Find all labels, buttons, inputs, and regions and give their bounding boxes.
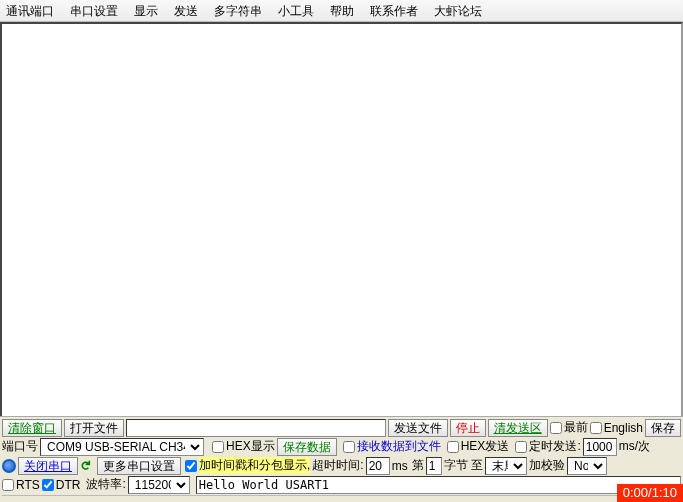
timestamp-checkbox[interactable] (185, 460, 197, 472)
row-send: RTS DTR 波特率: 115200 (2, 475, 681, 494)
hex-send-checkbox[interactable] (447, 441, 459, 453)
timed-send-unit: ms/次 (619, 438, 650, 455)
menu-port[interactable]: 通讯端口 (6, 3, 54, 18)
rts-label: RTS (16, 478, 40, 492)
byte-to-label: 字节 至 (444, 457, 483, 474)
menu-forum[interactable]: 大虾论坛 (434, 3, 482, 18)
hex-show-label: HEX显示 (226, 438, 275, 455)
save-button[interactable]: 保存 (645, 419, 681, 437)
send-file-button[interactable]: 发送文件 (388, 419, 448, 437)
tail-select[interactable]: 末尾 (485, 457, 527, 475)
timeout-value[interactable] (366, 457, 390, 475)
receive-output[interactable] (0, 22, 683, 418)
menu-display[interactable]: 显示 (134, 3, 158, 18)
baud-select[interactable]: 115200 (128, 476, 190, 494)
row-serial: 关闭串口 ↻ 更多串口设置 加时间戳和分包显示, 超时时间: ms 第 字节 至… (2, 456, 681, 475)
menu-contact[interactable]: 联系作者 (370, 3, 418, 18)
timeout-label: 超时时间: (312, 457, 363, 474)
video-timer: 0:00/1:10 (617, 484, 683, 502)
topmost-checkbox[interactable] (550, 422, 562, 434)
hex-show-checkbox[interactable] (212, 441, 224, 453)
save-data-button[interactable]: 保存数据 (277, 438, 337, 456)
send-input[interactable] (196, 476, 681, 494)
open-file-button[interactable]: 打开文件 (64, 419, 124, 437)
clear-send-button[interactable]: 清发送区 (488, 419, 548, 437)
dtr-checkbox[interactable] (42, 479, 54, 491)
menu-multistring[interactable]: 多字符串 (214, 3, 262, 18)
baud-label: 波特率: (86, 476, 125, 493)
nth-label: 第 (412, 457, 424, 474)
reload-icon[interactable]: ↻ (78, 460, 93, 471)
timed-send-value[interactable] (583, 438, 617, 456)
port-select[interactable]: COM9 USB-SERIAL CH340 (40, 438, 204, 456)
recv-file-checkbox[interactable] (343, 441, 355, 453)
menubar: 通讯端口 串口设置 显示 发送 多字符串 小工具 帮助 联系作者 大虾论坛 (0, 0, 683, 22)
menu-tools[interactable]: 小工具 (278, 3, 314, 18)
rts-checkbox[interactable] (2, 479, 14, 491)
stop-button[interactable]: 停止 (450, 419, 486, 437)
timed-send-checkbox[interactable] (515, 441, 527, 453)
timestamp-label: 加时间戳和分包显示, (199, 457, 310, 474)
nth-value[interactable] (426, 457, 442, 475)
record-icon[interactable] (2, 459, 16, 473)
row-port: 端口号 COM9 USB-SERIAL CH340 HEX显示 保存数据 接收数… (2, 437, 681, 456)
checksum-label: 加校验 (529, 457, 565, 474)
menu-help[interactable]: 帮助 (330, 3, 354, 18)
topmost-label: 最前 (564, 419, 588, 436)
file-path-field[interactable] (126, 419, 386, 437)
clear-window-button[interactable]: 清除窗口 (2, 419, 62, 437)
recv-file-label: 接收数据到文件 (357, 438, 441, 455)
dtr-label: DTR (56, 478, 81, 492)
english-checkbox[interactable] (590, 422, 602, 434)
control-panel: 清除窗口 打开文件 发送文件 停止 清发送区 最前 English 保存 端口号… (0, 416, 683, 502)
row-file: 清除窗口 打开文件 发送文件 停止 清发送区 最前 English 保存 (2, 418, 681, 437)
english-label: English (604, 421, 643, 435)
menu-serial-settings[interactable]: 串口设置 (70, 3, 118, 18)
menu-send[interactable]: 发送 (174, 3, 198, 18)
hex-send-label: HEX发送 (461, 438, 510, 455)
more-settings-button[interactable]: 更多串口设置 (97, 457, 181, 475)
port-label: 端口号 (2, 438, 38, 455)
timeout-unit: ms (392, 459, 408, 473)
footer-spacer (2, 495, 681, 501)
checksum-select[interactable]: None (567, 457, 607, 475)
timed-send-label: 定时发送: (529, 438, 580, 455)
close-serial-button[interactable]: 关闭串口 (18, 457, 78, 475)
